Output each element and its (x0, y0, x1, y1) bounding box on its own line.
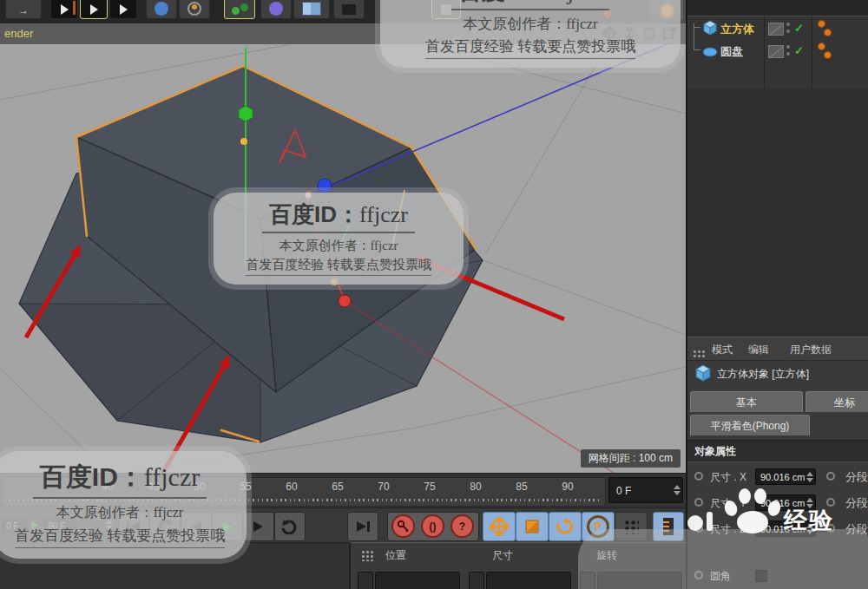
attribute-object-title: 立方体对象 [立方体] (687, 362, 868, 386)
tab-basic[interactable]: 基本 (690, 391, 803, 412)
watermark-share-line: 首发百度经验 转载要点赞投票哦 (15, 526, 225, 548)
primitive-cube-button[interactable] (146, 0, 177, 19)
visibility-dot[interactable] (786, 52, 790, 56)
timeline-tick-label: 65 (328, 481, 347, 493)
baidu-experience-logo-text: 经验 (784, 505, 834, 536)
watermark-top: 百度ID：ffjczr 本文原创作者：ffjczr 首发百度经验 转载要点赞投票… (380, 0, 681, 68)
visibility-dot[interactable] (786, 23, 790, 26)
enable-check-icon[interactable]: ✓ (794, 44, 804, 57)
column-divider (812, 16, 812, 89)
autokey-position-button[interactable]: () (421, 514, 444, 538)
key-position-button[interactable] (483, 512, 516, 541)
logo-letter-bit (687, 515, 703, 531)
attr-label: 尺寸 . X (710, 470, 746, 485)
tab-coordinates[interactable]: 坐标 (806, 391, 868, 412)
timeline-tick-label: 60 (282, 481, 301, 493)
simulate-button[interactable] (260, 0, 292, 19)
spline-dot-icon (192, 4, 197, 10)
render-settings-button[interactable] (109, 0, 137, 19)
key-rotation-button[interactable] (549, 512, 582, 541)
timeline-tick-label: 90 (558, 481, 577, 493)
array-button[interactable] (293, 0, 330, 19)
timeline-tick-label: 70 (374, 481, 393, 493)
current-frame-field[interactable]: 0 F (608, 477, 683, 503)
key-icon (397, 520, 410, 533)
object-label[interactable]: 立方体 (720, 22, 754, 37)
size-x-value: 90.016 cm (760, 472, 805, 482)
mograph-icon (232, 7, 240, 15)
attr-menu-edit[interactable]: 编辑 (748, 343, 769, 357)
object-row-disc[interactable]: 圆盘 ✓ (687, 41, 868, 62)
object-row-cube[interactable]: 立方体 ✓ (687, 18, 868, 39)
watermark-id-value: ffjczr (359, 202, 408, 227)
layer-swatch[interactable] (768, 23, 784, 36)
mograph-icon (240, 3, 248, 11)
watermark-bottom-left: 百度ID：ffjczr 本文原创作者：ffjczr 首发百度经验 转载要点赞投票… (0, 451, 247, 559)
arrow-tool-button[interactable]: → (5, 0, 42, 19)
layer-swatch[interactable] (768, 45, 784, 58)
question-icon: ? (459, 520, 465, 533)
coord-size-header: 尺寸 (492, 548, 513, 563)
parens-icon: () (430, 520, 437, 533)
attribute-menu-bar: 模式 编辑 用户数据 (687, 337, 868, 361)
z-axis-handle[interactable] (318, 179, 332, 193)
primitive-icon (155, 2, 168, 16)
simulate-icon (269, 2, 283, 16)
watermark-id-line: 百度ID：ffjczr (262, 200, 415, 233)
size-x-field[interactable]: 90.016 cm (755, 468, 816, 485)
spline-pen-button[interactable] (179, 0, 210, 19)
grid-spacing-label: 网格间距 : 100 cm (581, 449, 681, 468)
segments-label: 分段 (845, 469, 868, 485)
generator-dot[interactable] (824, 29, 832, 36)
coord-position-x-field[interactable] (375, 572, 460, 589)
coord-axis-button[interactable] (469, 572, 484, 589)
current-frame-value: 0 F (616, 485, 631, 497)
render-picture-viewer-button[interactable] (80, 0, 108, 19)
coord-grid-icon[interactable] (361, 550, 375, 561)
next-frame-button[interactable] (243, 512, 274, 541)
segments-label: 分段 (845, 495, 868, 511)
watermark-id-prefix: 百度ID： (458, 0, 552, 4)
render-play-icon (61, 4, 69, 15)
goto-end-icon (354, 520, 372, 533)
attr-menu-mode[interactable]: 模式 (712, 343, 733, 357)
axis-dot[interactable] (240, 138, 247, 145)
keyframe-ring[interactable] (694, 472, 703, 481)
generator-dot[interactable] (824, 51, 832, 59)
timeline-tick-label: 80 (466, 481, 485, 493)
mograph-button[interactable] (224, 0, 255, 19)
attr-menu-userdata[interactable]: 用户数据 (790, 343, 832, 357)
coord-axis-button[interactable] (358, 572, 373, 589)
generator-dot[interactable] (818, 20, 825, 28)
loop-button[interactable] (274, 512, 306, 541)
generator-dot[interactable] (818, 43, 825, 50)
watermark-id-value: ffjczr (552, 0, 602, 4)
enable-check-icon[interactable]: ✓ (794, 22, 804, 35)
frame-spinner[interactable] (674, 485, 680, 495)
goto-end-button[interactable] (347, 512, 378, 541)
object-label[interactable]: 圆盘 (720, 44, 743, 60)
render-view-button[interactable] (50, 0, 78, 19)
right-panel-top-strip (687, 0, 868, 16)
move-cross-icon (490, 517, 509, 536)
record-keyframe-button[interactable] (391, 514, 415, 538)
record-button-group: () ? (387, 512, 479, 541)
rotate-arrow-icon (556, 518, 575, 535)
coord-size-x-field[interactable] (486, 572, 571, 589)
tab-phong[interactable]: 平滑着色(Phong) (690, 415, 810, 435)
watermark-author-line: 本文原创作者：ffjczr (389, 14, 672, 34)
keyframe-ring[interactable] (826, 472, 835, 481)
render-play-icon (90, 4, 98, 15)
field-spinner[interactable] (806, 472, 812, 482)
visibility-dot[interactable] (786, 45, 790, 49)
y-axis-handle[interactable] (239, 106, 253, 121)
key-scale-button[interactable] (516, 512, 549, 541)
object-properties-header[interactable]: 对象属性 (687, 440, 868, 462)
keyframe-ring[interactable] (694, 498, 703, 507)
volume-button[interactable] (333, 0, 365, 19)
autokey-help-button[interactable]: ? (450, 514, 474, 538)
watermark-center: 百度ID：ffjczr 本文原创作者：ffjczr 首发百度经验 转载要点赞投票… (214, 193, 464, 285)
visibility-dot[interactable] (786, 29, 790, 33)
viewport-menu-render[interactable]: ender (4, 27, 33, 40)
logo-letter-bit (707, 512, 713, 531)
